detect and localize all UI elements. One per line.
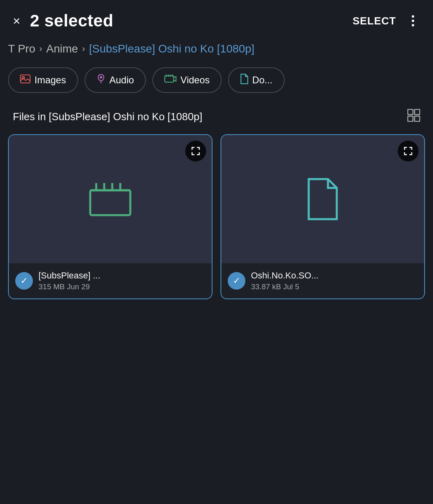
tab-docs[interactable]: Do... — [228, 67, 285, 93]
close-button[interactable]: × — [13, 14, 20, 27]
section-title: Files in [SubsPlease] Oshi no Ko [1080p] — [13, 111, 202, 123]
videos-icon — [164, 75, 176, 86]
tab-docs-label: Do... — [252, 75, 273, 86]
file-name-2: Oshi.No.Ko.SO... — [251, 270, 319, 281]
grid-view-button[interactable] — [407, 109, 420, 125]
tab-videos-label: Videos — [180, 75, 210, 86]
breadcrumb-separator-1: › — [39, 44, 42, 54]
file-grid: ✓ [SubsPlease] ... 315 MB Jun 29 — [0, 134, 433, 315]
file-name-1: [SubsPlease] ... — [38, 270, 100, 281]
svg-point-3 — [100, 76, 102, 79]
header: × 2 selected SELECT — [0, 0, 433, 38]
file-card-preview-1 — [9, 135, 212, 263]
file-select-1[interactable]: ✓ — [15, 272, 33, 290]
file-select-2[interactable]: ✓ — [228, 272, 245, 290]
expand-button-1[interactable] — [185, 141, 206, 161]
dot-3 — [412, 24, 414, 26]
tab-images-label: Images — [34, 75, 66, 86]
file-meta-2: 33.87 kB Jul 5 — [251, 282, 319, 291]
breadcrumb-separator-2: › — [82, 44, 85, 54]
svg-rect-10 — [408, 109, 413, 115]
svg-rect-13 — [415, 116, 420, 121]
file-meta-1: 315 MB Jun 29 — [38, 282, 100, 291]
file-info-2: Oshi.No.Ko.SO... 33.87 kB Jul 5 — [251, 270, 319, 291]
doc-type-icon — [305, 177, 341, 221]
breadcrumb: T Pro › Anime › [SubsPlease] Oshi no Ko … — [0, 38, 433, 63]
more-options-button[interactable] — [406, 15, 420, 26]
tab-videos[interactable]: Videos — [152, 67, 222, 93]
dot-1 — [412, 15, 414, 18]
audio-icon — [97, 74, 105, 87]
svg-rect-12 — [408, 116, 413, 121]
breadcrumb-item-root[interactable]: T Pro — [8, 42, 35, 55]
tab-audio-label: Audio — [109, 75, 134, 86]
video-type-icon — [86, 179, 134, 219]
file-card-footer-2: ✓ Oshi.No.Ko.SO... 33.87 kB Jul 5 — [221, 263, 424, 298]
dot-2 — [412, 20, 414, 22]
file-card-2[interactable]: ✓ Oshi.No.Ko.SO... 33.87 kB Jul 5 — [221, 134, 425, 299]
filter-tabs: Images Audio Videos — [0, 63, 433, 101]
breadcrumb-item-anime[interactable]: Anime — [46, 42, 78, 55]
select-button[interactable]: SELECT — [352, 15, 396, 27]
selected-count-title: 2 selected — [30, 11, 343, 30]
svg-rect-11 — [415, 109, 420, 115]
tab-audio[interactable]: Audio — [85, 67, 146, 93]
file-info-1: [SubsPlease] ... 315 MB Jun 29 — [38, 270, 100, 291]
docs-icon — [240, 74, 248, 87]
breadcrumb-item-current[interactable]: [SubsPlease] Oshi no Ko [1080p] — [89, 42, 255, 55]
checkmark-icon-1: ✓ — [20, 276, 28, 286]
svg-rect-14 — [90, 190, 130, 215]
file-card-footer-1: ✓ [SubsPlease] ... 315 MB Jun 29 — [9, 263, 212, 298]
file-card-1[interactable]: ✓ [SubsPlease] ... 315 MB Jun 29 — [8, 134, 212, 299]
images-icon — [20, 75, 30, 86]
tab-images[interactable]: Images — [8, 67, 78, 93]
checkmark-icon-2: ✓ — [233, 276, 240, 286]
section-header: Files in [SubsPlease] Oshi no Ko [1080p] — [0, 101, 433, 134]
file-card-preview-2 — [221, 135, 424, 263]
expand-button-2[interactable] — [398, 141, 419, 161]
